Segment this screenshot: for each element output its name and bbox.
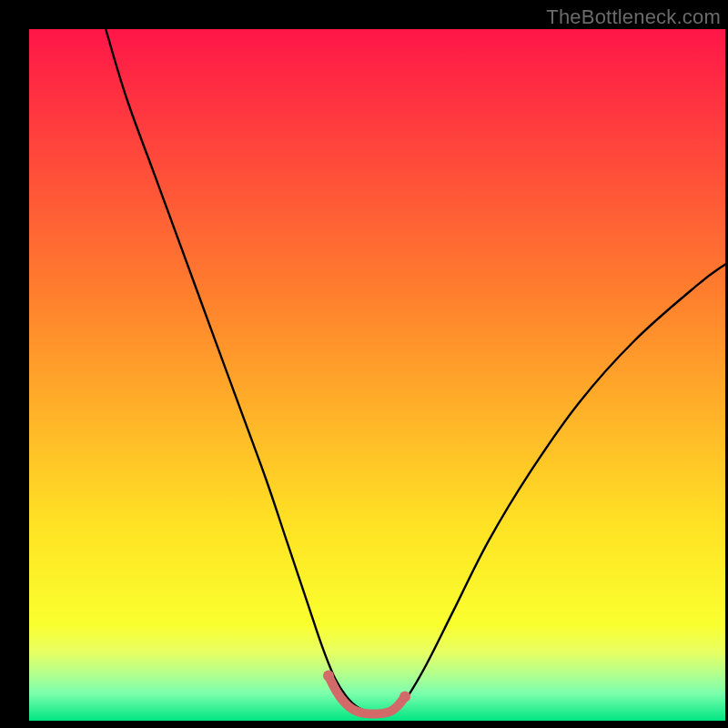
chart-frame: TheBottleneck.com	[0, 0, 728, 728]
highlight-endpoint-left	[323, 671, 334, 682]
chart-svg	[29, 29, 725, 721]
gradient-bg	[29, 29, 725, 721]
highlight-endpoint-right	[399, 691, 410, 702]
watermark-text: TheBottleneck.com	[546, 5, 721, 29]
plot-area	[29, 29, 725, 721]
